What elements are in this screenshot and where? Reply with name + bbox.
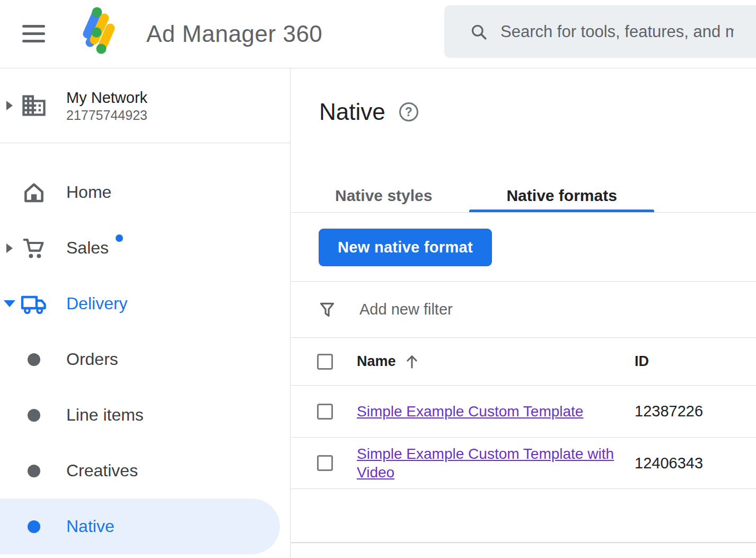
network-expand-caret-icon[interactable] [0, 101, 19, 110]
new-native-format-button[interactable]: New native format [319, 229, 492, 266]
main-content: Native Native styles Native formats New … [291, 68, 756, 558]
search-input[interactable] [500, 22, 734, 41]
sidebar-item-line-items[interactable]: Line items [0, 387, 290, 443]
table-row: Simple Example Custom Template 12387226 [291, 386, 756, 438]
menu-hamburger-icon[interactable] [22, 25, 45, 42]
network-id: 21775744923 [66, 107, 147, 124]
native-format-link[interactable]: Simple Example Custom Template [357, 403, 583, 420]
sidebar-item-native[interactable]: Native [0, 499, 280, 554]
sidebar-item-label: Orders [66, 350, 118, 369]
bullet-icon [28, 353, 40, 366]
sidebar-item-sales[interactable]: Sales [0, 220, 290, 276]
sidebar-item-label: Line items [66, 405, 144, 425]
sidebar-item-label: Home [66, 182, 111, 202]
search-icon [469, 22, 488, 41]
column-header-id: ID [635, 353, 756, 370]
bullet-icon [28, 465, 40, 477]
ad-manager-logo-icon [80, 6, 116, 56]
sidebar-item-orders[interactable]: Orders [0, 332, 290, 387]
table-header-row: Name ID [291, 338, 756, 386]
page-header: Native Native styles Native formats [291, 68, 756, 213]
building-icon [20, 92, 48, 119]
filter-funnel-icon [318, 300, 337, 319]
table-empty-row [291, 489, 756, 543]
sidebar-item-label: Sales [66, 238, 109, 258]
add-filter-label: Add new filter [359, 301, 453, 318]
help-icon[interactable] [399, 102, 418, 121]
sidebar-item-creatives[interactable]: Creatives [0, 443, 290, 499]
app-title: Ad Manager 360 [146, 0, 322, 68]
page-title: Native [319, 98, 385, 126]
row-checkbox[interactable] [317, 455, 333, 471]
sales-expand-caret-icon[interactable] [0, 243, 19, 253]
sales-notification-dot [116, 234, 123, 242]
bullet-icon [28, 409, 40, 422]
network-name: My Network [66, 88, 147, 107]
delivery-truck-icon [19, 289, 49, 319]
delivery-collapse-caret-icon[interactable] [0, 300, 19, 307]
native-format-link[interactable]: Simple Example Custom Template with Vide… [357, 446, 614, 481]
column-header-name[interactable]: Name [357, 353, 635, 370]
tab-native-formats[interactable]: Native formats [469, 179, 654, 212]
tab-native-styles[interactable]: Native styles [298, 179, 469, 212]
native-format-id: 12387226 [635, 403, 756, 420]
sidebar-item-label: Creatives [66, 461, 138, 481]
row-checkbox[interactable] [317, 404, 333, 420]
sidebar-item-delivery[interactable]: Delivery [0, 276, 290, 332]
tab-bar: Native styles Native formats [298, 179, 654, 212]
network-selector[interactable]: My Network 21775744923 [0, 68, 290, 143]
top-app-bar: Ad Manager 360 [0, 0, 756, 68]
select-all-checkbox[interactable] [317, 354, 333, 370]
home-icon [21, 180, 47, 205]
bullet-icon [28, 520, 40, 533]
left-navigation-sidebar: My Network 21775744923 Home [0, 68, 291, 558]
native-format-id: 12406343 [635, 455, 756, 472]
sidebar-nav: Home Sales [0, 143, 290, 554]
sidebar-item-home[interactable]: Home [0, 164, 290, 220]
sidebar-item-label: Delivery [66, 294, 128, 313]
action-bar: New native format [291, 213, 756, 282]
sort-ascending-arrow-icon[interactable] [405, 354, 419, 370]
filter-bar[interactable]: Add new filter [291, 282, 756, 338]
shopping-cart-icon [21, 235, 47, 261]
global-search-bar[interactable] [444, 5, 756, 58]
table-row: Simple Example Custom Template with Vide… [291, 438, 756, 489]
sidebar-item-label: Native [66, 517, 115, 536]
